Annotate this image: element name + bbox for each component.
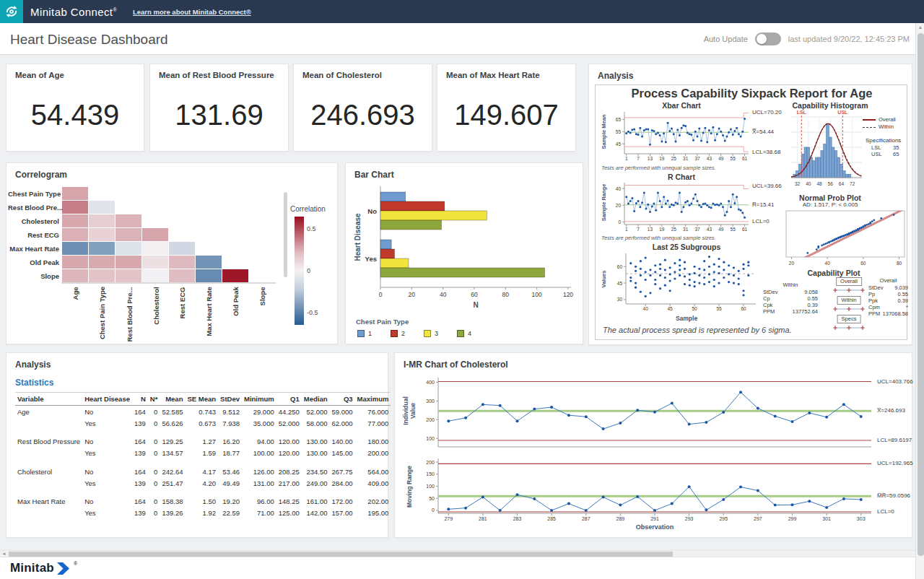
page-title: Heart Disease Dashboard <box>10 32 168 48</box>
capability-histogram-svg: LSLUSL324048566472 <box>789 109 864 187</box>
legend-label: 1 <box>368 330 372 337</box>
svg-text:279: 279 <box>444 516 453 521</box>
legend-label: 4 <box>468 330 471 337</box>
column-header: N <box>132 393 148 406</box>
legend-swatch <box>357 330 365 337</box>
correlogram-chart: Chest Pain TypeRest Blood Pre...Choleste… <box>6 163 339 345</box>
moving-range-svg: 0501001502002792812832852872892912932952… <box>419 454 874 526</box>
corr-cell <box>142 269 168 282</box>
column-header: Median <box>302 393 330 406</box>
horizontal-scrollbar[interactable]: ◄ <box>0 550 915 557</box>
svg-text:45: 45 <box>616 142 622 147</box>
svg-text:55: 55 <box>731 156 736 161</box>
scroll-left-arrow-icon[interactable]: ◄ <box>0 551 8 557</box>
corr-row-label: Old Peak <box>8 258 59 266</box>
svg-text:LSL: LSL <box>797 110 807 115</box>
mr-ucl-label: UCL=192.965 <box>877 460 913 466</box>
svg-text:0: 0 <box>432 508 435 513</box>
svg-text:20: 20 <box>789 261 795 266</box>
svg-text:60: 60 <box>741 306 746 311</box>
corr-colorbar-tick: 0.5 <box>307 225 316 232</box>
legend-within-label: Within <box>879 123 894 130</box>
column-header: StDev <box>218 393 242 406</box>
corr-cell <box>169 269 195 282</box>
ind-lcl-label: LCL=89.6197 <box>877 437 912 443</box>
corr-row-label: Cholesterol <box>8 217 59 225</box>
capplot-stat-header: Within <box>763 282 818 288</box>
xbar-chart-svg: 45556517131925313743495561 <box>613 109 750 162</box>
corr-cell <box>62 214 88 227</box>
imr-xlabel: Observation <box>438 523 871 531</box>
capplot-title: Capability Plot <box>769 269 899 277</box>
minitab-chevron-icon <box>57 562 71 575</box>
xbar-note: Tests are performed with unequal sample … <box>601 165 716 171</box>
ind-ucl-label: UCL=403.766 <box>877 378 913 385</box>
svg-text:65: 65 <box>616 117 622 122</box>
minitab-connect-logo[interactable] <box>0 0 23 23</box>
svg-text:61: 61 <box>742 227 748 232</box>
capplot-interval <box>832 324 866 331</box>
scroll-up-arrow-icon[interactable]: ▲ <box>916 25 924 30</box>
svg-text:100: 100 <box>426 484 435 489</box>
svg-text:80: 80 <box>502 291 510 298</box>
footer-reg-mark: ® <box>74 561 77 566</box>
svg-text:7: 7 <box>637 227 640 232</box>
svg-text:120: 120 <box>563 291 573 298</box>
svg-text:293: 293 <box>685 516 694 521</box>
kpi-label: Mean of Cholesterol <box>302 71 382 79</box>
column-header: N* <box>148 393 160 406</box>
svg-text:50: 50 <box>692 306 697 311</box>
capplot-box: Specs <box>837 315 861 323</box>
capability-plot: WithinStDev9.058Cp0.55Cpk0.39PPM137752.6… <box>762 277 908 339</box>
column-header: Minimum <box>242 393 276 406</box>
minitab-footer-logo: Minitab ® <box>10 561 77 575</box>
last-updated-text: last updated 9/20/22, 12:45:23 PM <box>788 35 910 43</box>
svg-text:303: 303 <box>857 516 866 521</box>
horizontal-scrollbar-thumb[interactable] <box>9 552 673 557</box>
vertical-scrollbar[interactable]: ▲ <box>915 23 924 579</box>
auto-update-toggle[interactable] <box>755 32 781 45</box>
r-ucl-label: UCL=39.66 <box>752 183 782 189</box>
bar-legend-title: Chest Pain Type <box>356 318 409 326</box>
correlogram-scrollbar-thumb[interactable] <box>284 192 287 277</box>
spec-value: 35 <box>893 144 899 151</box>
svg-text:25: 25 <box>671 156 677 161</box>
table-row: CholesterolNo1640242.644.1753.46126.0020… <box>15 459 391 478</box>
svg-text:7: 7 <box>637 156 640 161</box>
corr-cell <box>89 201 115 214</box>
svg-text:64: 64 <box>839 181 845 186</box>
brand-title: Minitab Connect® <box>30 6 117 18</box>
table-row: Yes1390139.261.9222.5971.00125.00142.001… <box>15 508 391 519</box>
svg-text:50: 50 <box>429 496 435 501</box>
svg-text:287: 287 <box>582 516 590 521</box>
svg-text:100: 100 <box>426 436 435 441</box>
kpi-value: 131.69 <box>150 99 288 131</box>
statistics-table: VariableHeart DiseaseNN*MeanSE MeanStDev… <box>15 392 391 519</box>
r-chart-svg: 0204017131925313743495561 <box>613 180 750 233</box>
sync-gear-icon <box>4 4 19 19</box>
column-header: Heart Disease <box>82 393 132 406</box>
column-header: Q1 <box>276 393 302 406</box>
vertical-scrollbar-thumb[interactable] <box>918 33 924 556</box>
svg-text:43: 43 <box>707 156 712 161</box>
bar-chart: 020406080100120NoYesNHeart DiseaseChest … <box>346 163 584 345</box>
svg-text:150: 150 <box>426 471 435 476</box>
svg-text:60: 60 <box>471 291 478 298</box>
svg-text:299: 299 <box>788 516 797 521</box>
table-row: Yes1390251.474.2049.49131.00217.00249.00… <box>15 477 391 489</box>
corr-cell <box>116 269 141 282</box>
table-row: Yes139056.6260.6737.93835.00052.00058.00… <box>15 417 391 429</box>
corr-colorbar <box>295 217 304 325</box>
svg-text:48: 48 <box>816 181 822 186</box>
kpi-value: 54.439 <box>6 99 144 131</box>
corr-row-label: Rest ECG <box>8 231 59 239</box>
legend-overall-label: Overall <box>879 116 896 123</box>
sixpack-report-title: Process Capability Sixpack Report for Ag… <box>596 87 908 100</box>
learn-more-link[interactable]: Learn more about Minitab Connect® <box>133 8 251 16</box>
svg-text:37: 37 <box>694 156 700 161</box>
sixpack-report: Process Capability Sixpack Report for Ag… <box>595 84 907 340</box>
table-row: Rest Blood PressureNo1640129.251.2716.20… <box>15 429 391 448</box>
dashboard-header: Heart Disease Dashboard Auto Update last… <box>0 23 924 55</box>
svg-text:291: 291 <box>650 516 659 521</box>
svg-text:No: No <box>367 207 377 215</box>
